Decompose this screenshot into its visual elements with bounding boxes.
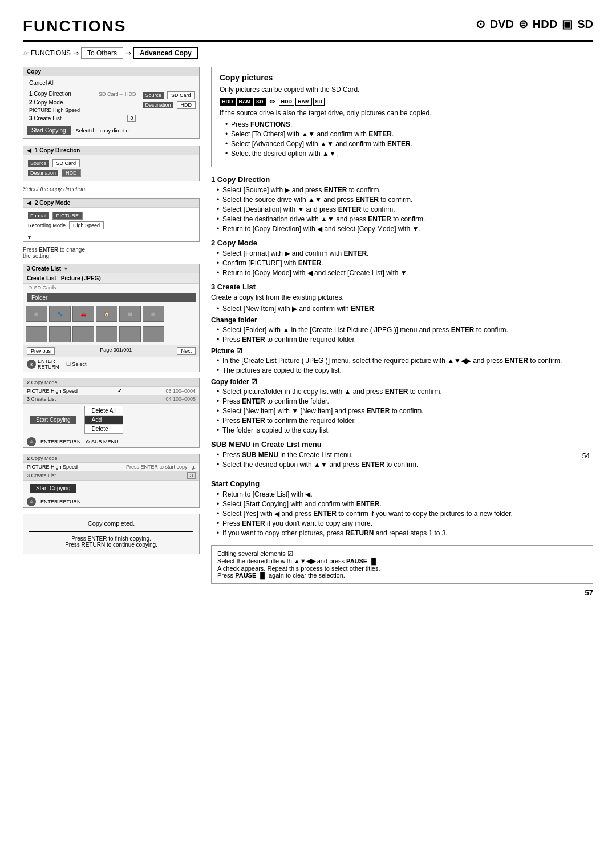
create-list-section-title: 3 Create List [211, 283, 593, 291]
left-panel: Copy Cancel All 1 Copy Direction SD Card… [23, 67, 200, 597]
change-folder-title: Change folder [211, 316, 593, 324]
press-return-continue: Press RETURN to continue copying. [29, 542, 193, 548]
copy-mode-box: ◀ 2 Copy Mode Format PICTURE Recording M… [23, 198, 200, 242]
copyfold-bullet-4: Press ENTER to confirm the required fold… [217, 417, 593, 425]
thumb-7 [26, 326, 47, 342]
cm-bullet-2: Confirm [PICTURE] with ENTER. [217, 259, 593, 267]
start-copying-title: Start Copying [211, 479, 593, 488]
prev-button[interactable]: Previous [27, 347, 55, 355]
thumb-12 [143, 326, 164, 342]
copy-direction-caption: Select the copy direction. [23, 186, 200, 192]
copy-mode-section: 2 Copy Mode Select [Format] with ▶ and c… [211, 239, 593, 277]
copy-folder-title: Copy folder ☑ [211, 378, 593, 386]
breadcrumb-arrow2: ⇒ [125, 49, 131, 57]
start-copying-section: Start Copying Return to [Create List] wi… [211, 479, 593, 537]
create-list-desc: Create a copy list from the existing pic… [211, 293, 593, 301]
cd-bullet-3: Select [Destination] with ▼ and press EN… [217, 205, 593, 213]
source-dest-panel: Source SD Card Destination HDD [143, 90, 196, 123]
thumb-9 [72, 326, 94, 342]
hdd-label: HDD [533, 18, 557, 31]
copy-complete-box: Copy completed. Press ENTER to finish co… [23, 514, 200, 554]
thumb-1: ▤ [26, 306, 47, 322]
sc-bullet-2: Select [Start Copying] with and confirm … [217, 500, 593, 508]
cancel-all-item: Cancel All [27, 79, 196, 87]
thumb-2: 🐾 [49, 306, 71, 322]
sub-menu-bullets: Press SUB MENU in the Create List menu. … [211, 451, 579, 470]
copy-mode-item: 2 Copy Mode [27, 98, 138, 107]
breadcrumb-item1: To Others [81, 47, 123, 59]
copy-mode-section-title: 2 Copy Mode [211, 239, 593, 247]
sc-bullet-5: If you want to copy other pictures, pres… [217, 529, 593, 537]
bottom-note: Editing several elements ☑ Select the de… [211, 545, 593, 584]
copy-direction-item: 1 Copy Direction SD Card→ HDD [27, 90, 138, 98]
copy-folder-bullets: Select picture/folder in the copy list w… [211, 388, 593, 434]
start-copying-btn-3[interactable]: Start Copying [30, 484, 76, 493]
cd-bullet-1: Select [Source] with ▶ and press ENTER t… [217, 186, 593, 194]
main-content: Copy Cancel All 1 Copy Direction SD Card… [23, 67, 593, 597]
start-copying-bullets: Return to [Create List] with ◀. Select [… [211, 490, 593, 537]
copyfold-bullet-1: Select picture/folder in the copy list w… [217, 388, 593, 396]
pic-bullet-2: The pictures are copied to the copy list… [217, 366, 593, 374]
disc-dvd-icon: ⊙ [476, 17, 485, 31]
cm-bullet-3: Return to [Copy Mode] with ◀ and select … [217, 269, 593, 277]
start-copying-btn-2[interactable]: Start Copying [30, 416, 76, 424]
press-enter-start-caption: Press ENTER to start copying. [126, 464, 196, 470]
cl-bullet-1: Select [New Item] with ▶ and confirm wit… [217, 305, 593, 313]
sm-bullet-2: Select the desired option with ▲▼ and pr… [217, 461, 579, 469]
delete-all-item[interactable]: Delete All [85, 406, 123, 416]
copy-completed-text: Copy completed. [29, 520, 193, 527]
sc-bullet-4: Press ENTER if you don't want to copy an… [217, 519, 593, 527]
create-list-bullets: Select [New Item] with ▶ and confirm wit… [211, 305, 593, 313]
breadcrumb-arrow1: ⇒ [73, 49, 79, 57]
next-button[interactable]: Next [177, 347, 196, 355]
bullet-to-others: Select [To Others] with ▲▼ and confirm w… [225, 130, 585, 138]
copy-pictures-desc2: If the source drive is also the target d… [220, 109, 585, 117]
disc-hdd-icon: ⊜ [518, 17, 528, 31]
change-folder-bullets: Select [Folder] with ▲ in the [Create Li… [211, 326, 593, 344]
copy-menu-box: Copy Cancel All 1 Copy Direction SD Card… [23, 67, 200, 139]
sd-label: SD [577, 18, 593, 31]
thumb-5: ▤ [119, 306, 141, 322]
sc-bullet-3: Select [Yes] with ◀ and press ENTER to c… [217, 510, 593, 518]
add-item[interactable]: Add [85, 416, 123, 425]
copy-direction-bullets: Select [Source] with ▶ and press ENTER t… [211, 186, 593, 233]
right-panel: Copy pictures Only pictures can be copie… [211, 67, 593, 597]
copy-pictures-title: Copy pictures [220, 73, 585, 82]
copy-direction-section: 1 Copy Direction Select [Source] with ▶ … [211, 175, 593, 233]
copyfold-bullet-5: The folder is copied to the copy list. [217, 426, 593, 434]
copy-direction-title: 1 Copy Direction [211, 175, 593, 184]
thumb-4: 🏠 [96, 306, 117, 322]
delete-item[interactable]: Delete [85, 425, 123, 433]
start-copying-btn-1[interactable]: Start Copying [27, 126, 71, 135]
dvd-label: DVD [490, 18, 514, 31]
functions-title: FUNCTIONS [23, 17, 126, 35]
picture-bullets: In the [Create List Picture ( JPEG )] me… [211, 357, 593, 374]
select-icon-item: ☐ Select [66, 358, 87, 370]
bottom-note-line1: Editing several elements ☑ [217, 550, 587, 558]
press-enter-finish: Press ENTER to finish copying. [29, 535, 193, 542]
bottom-note-line3: A check appears. Repeat this process to … [217, 565, 587, 572]
cd-bullet-2: Select the source drive with ▲▼ and pres… [217, 196, 593, 204]
thumb-3: 🚗 [72, 306, 94, 322]
page-header: FUNCTIONS ⊙ DVD ⊜ HDD ▣ SD [23, 17, 593, 42]
bullet-desired-option: Select the desired option with ▲▼. [225, 150, 585, 158]
copy-mode-value: PICTURE High Speed [27, 107, 138, 114]
enter-icon-item: ⊙ ENTERRETURN [27, 358, 59, 370]
copyfold-bullet-2: Press ENTER to confirm the folder. [217, 397, 593, 405]
copy-direction-box: ◀ 1 Copy Direction Source SD Card Destin… [23, 146, 200, 181]
copyfold-bullet-3: Select [New item] with ▼ [New item] and … [217, 407, 593, 415]
select-direction-caption: Select the copy direction. [75, 128, 133, 134]
copy-menu-items: 1 Copy Direction SD Card→ HDD 2 Copy Mod… [27, 90, 138, 123]
delete-all-box: 2 Copy Mode PICTURE High Speed ✓ 03 100–… [23, 378, 200, 448]
copy-pictures-desc1: Only pictures can be copied with the SD … [220, 86, 585, 94]
copy-mode-bullets: Select [Format] with ▶ and confirm with … [211, 249, 593, 277]
thumb-11 [119, 326, 141, 342]
create-list-item: 3 Create List 0 [27, 114, 138, 123]
breadcrumb-item2: Advanced Copy [133, 47, 198, 59]
folder-bar: Folder [27, 293, 196, 302]
delete-menu: Delete All Add Delete [84, 406, 123, 434]
breadcrumb-functions: ☞ FUNCTIONS [23, 49, 71, 57]
copy-menu-content: Cancel All 1 Copy Direction SD Card→ HDD… [23, 76, 199, 138]
copy-pictures-bullets: Press FUNCTIONS. Select [To Others] with… [220, 120, 585, 158]
sub-menu-section: SUB MENU in Create List menu Press SUB M… [211, 440, 593, 474]
